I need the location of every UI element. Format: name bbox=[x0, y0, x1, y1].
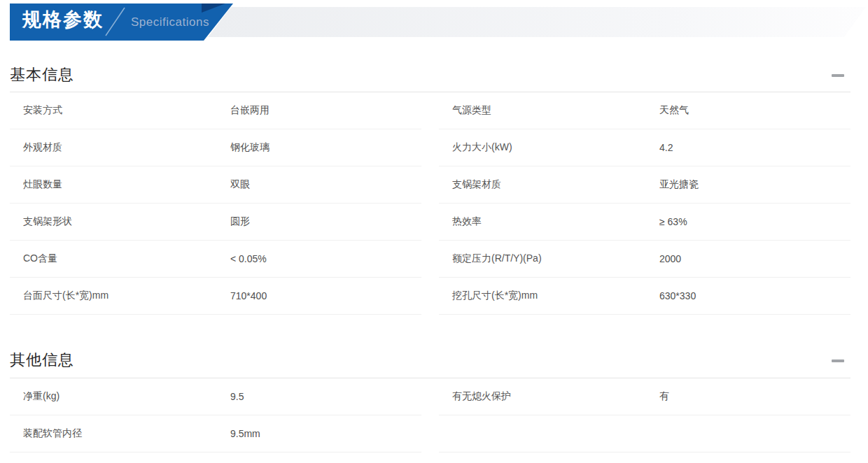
spec-row: 火力大小(kW) 4.2 bbox=[439, 129, 850, 166]
spec-value: ≥ 63% bbox=[659, 216, 687, 227]
section-basic-info: 基本信息 安装方式 台嵌两用 外观材质 钢化玻璃 灶眼数量 双眼 支锅架形状 bbox=[10, 43, 850, 315]
spec-label: 外观材质 bbox=[23, 141, 230, 154]
banner-subtitle: Specifications bbox=[131, 15, 209, 29]
spec-value: 有 bbox=[659, 390, 669, 403]
spec-row: 支锅架形状 圆形 bbox=[10, 204, 421, 241]
spec-column-left: 安装方式 台嵌两用 外观材质 钢化玻璃 灶眼数量 双眼 支锅架形状 圆形 CO含… bbox=[10, 92, 421, 315]
section-other-header: 其他信息 bbox=[10, 315, 850, 378]
spec-value: 9.5 bbox=[230, 391, 244, 402]
spec-value: 710*400 bbox=[230, 290, 267, 301]
spec-label: 净重(kg) bbox=[23, 390, 230, 403]
spec-row: 外观材质 钢化玻璃 bbox=[10, 129, 421, 166]
spec-column-left: 净重(kg) 9.5 装配软管内径 9.5mm bbox=[10, 378, 421, 453]
spec-row: 支锅架材质 亚光搪瓷 bbox=[439, 166, 850, 204]
spec-row: 热效率 ≥ 63% bbox=[439, 204, 850, 241]
spec-label: 额定压力(R/T/Y)(Pa) bbox=[452, 252, 659, 265]
spec-row: 台面尺寸(长*宽)mm 710*400 bbox=[10, 278, 421, 315]
banner-ribbon-graphic bbox=[0, 0, 868, 43]
specifications-banner: 规格参数 Specifications bbox=[0, 0, 868, 43]
collapse-minus-icon[interactable] bbox=[832, 74, 844, 77]
spec-column-right: 气源类型 天然气 火力大小(kW) 4.2 支锅架材质 亚光搪瓷 热效率 ≥ 6… bbox=[439, 92, 850, 315]
spec-row: 额定压力(R/T/Y)(Pa) 2000 bbox=[439, 241, 850, 278]
spec-value: 圆形 bbox=[230, 215, 250, 228]
banner-band bbox=[208, 7, 866, 37]
spec-value: 双眼 bbox=[230, 178, 250, 191]
spec-row: 有无熄火保护 有 bbox=[439, 378, 850, 415]
spec-row: 净重(kg) 9.5 bbox=[10, 378, 421, 415]
spec-table-other: 净重(kg) 9.5 装配软管内径 9.5mm 有无熄火保护 有 bbox=[10, 378, 850, 453]
spec-row: 气源类型 天然气 bbox=[439, 92, 850, 129]
section-title: 基本信息 bbox=[10, 66, 74, 84]
spec-row: 挖孔尺寸(长*宽)mm 630*330 bbox=[439, 278, 850, 315]
spec-row: 灶眼数量 双眼 bbox=[10, 166, 421, 204]
spec-label: CO含量 bbox=[23, 252, 230, 265]
spec-label: 支锅架形状 bbox=[23, 215, 230, 228]
section-other-info: 其他信息 净重(kg) 9.5 装配软管内径 9.5mm 有无熄火保护 有 bbox=[10, 315, 850, 453]
banner-title: 规格参数 bbox=[22, 8, 104, 31]
spec-label: 支锅架材质 bbox=[452, 178, 659, 191]
spec-label: 灶眼数量 bbox=[23, 178, 230, 191]
spec-row-empty bbox=[439, 415, 850, 453]
spec-value: 天然气 bbox=[659, 104, 689, 117]
spec-value: 9.5mm bbox=[230, 428, 260, 439]
spec-label: 有无熄火保护 bbox=[452, 390, 659, 403]
section-basic-header: 基本信息 bbox=[10, 43, 850, 92]
spec-label: 热效率 bbox=[452, 215, 659, 228]
spec-row: 装配软管内径 9.5mm bbox=[10, 415, 421, 453]
spec-value: 630*330 bbox=[659, 290, 696, 301]
spec-label: 台面尺寸(长*宽)mm bbox=[23, 290, 230, 302]
spec-label: 挖孔尺寸(长*宽)mm bbox=[452, 290, 659, 302]
spec-table-basic: 安装方式 台嵌两用 外观材质 钢化玻璃 灶眼数量 双眼 支锅架形状 圆形 CO含… bbox=[10, 92, 850, 315]
spec-column-right: 有无熄火保护 有 bbox=[439, 378, 850, 453]
spec-row: CO含量 < 0.05% bbox=[10, 241, 421, 278]
section-title: 其他信息 bbox=[10, 351, 74, 369]
spec-label: 火力大小(kW) bbox=[452, 141, 659, 154]
spec-value: 2000 bbox=[659, 253, 681, 264]
spec-label: 装配软管内径 bbox=[23, 427, 230, 440]
spec-content: 基本信息 安装方式 台嵌两用 外观材质 钢化玻璃 灶眼数量 双眼 支锅架形状 bbox=[10, 43, 850, 453]
spec-value: 4.2 bbox=[659, 142, 673, 153]
spec-value: 台嵌两用 bbox=[230, 104, 270, 117]
spec-value: 钢化玻璃 bbox=[230, 141, 270, 154]
spec-label: 气源类型 bbox=[452, 104, 659, 117]
spec-value: 亚光搪瓷 bbox=[659, 178, 699, 191]
collapse-minus-icon[interactable] bbox=[832, 359, 844, 362]
spec-row: 安装方式 台嵌两用 bbox=[10, 92, 421, 129]
spec-label: 安装方式 bbox=[23, 104, 230, 117]
spec-value: < 0.05% bbox=[230, 253, 267, 264]
